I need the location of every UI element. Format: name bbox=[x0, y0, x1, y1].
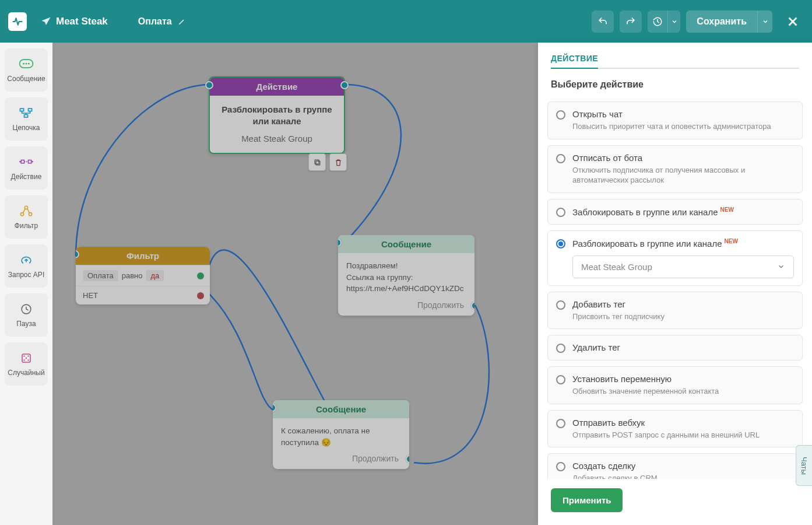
random-icon bbox=[18, 351, 34, 365]
msg-line: Ссылка на группу: bbox=[346, 272, 466, 284]
filter-value: да bbox=[146, 270, 164, 281]
node-delete-button[interactable] bbox=[329, 153, 347, 171]
node-copy-button[interactable] bbox=[308, 153, 326, 171]
tool-pause[interactable]: Пауза bbox=[5, 293, 48, 337]
apply-button[interactable]: Применить bbox=[551, 488, 623, 512]
svg-rect-7 bbox=[21, 160, 24, 163]
save-button-group: Сохранить bbox=[686, 10, 772, 33]
select-value: Meat Steak Group bbox=[581, 262, 652, 272]
node-header: Сообщение bbox=[273, 400, 409, 418]
tool-message[interactable]: Сообщение bbox=[5, 48, 48, 92]
port-no[interactable] bbox=[197, 292, 204, 299]
filter-field: Оплата bbox=[83, 270, 118, 281]
chevron-down-icon bbox=[671, 18, 678, 25]
top-bar: Meat Steak Оплата Сохранить bbox=[0, 0, 812, 43]
node-filter[interactable]: Фильтр Оплата равно да НЕТ bbox=[76, 247, 210, 304]
node-message-success[interactable]: Сообщение Поздравляем! Ссылка на группу:… bbox=[338, 235, 474, 316]
breadcrumb-bot[interactable]: Meat Steak bbox=[33, 8, 122, 36]
tool-random[interactable]: Случайный bbox=[5, 342, 48, 386]
svg-rect-5 bbox=[29, 108, 32, 111]
node-header: Действие bbox=[210, 78, 344, 96]
svg-point-1 bbox=[23, 63, 24, 65]
action-desc: Повысить приоритет чата и оповестить адм… bbox=[572, 121, 794, 132]
port-yes[interactable] bbox=[197, 272, 204, 279]
chevron-down-icon bbox=[777, 262, 785, 271]
undo-button[interactable] bbox=[592, 10, 614, 33]
action-title: Заблокировать в группе или каналеNEW bbox=[572, 206, 794, 217]
action-block-group[interactable]: Заблокировать в группе или каналеNEW bbox=[547, 199, 803, 225]
action-list: Открыть чат Повысить приоритет чата и оп… bbox=[538, 92, 812, 479]
copy-icon bbox=[313, 158, 322, 167]
action-title: Открыть чат bbox=[572, 109, 794, 119]
flow-canvas[interactable]: Действие Разблокировать в группе или кан… bbox=[52, 43, 538, 525]
save-dropdown[interactable] bbox=[757, 10, 772, 33]
tool-label: Действие bbox=[11, 173, 42, 181]
node-header: Фильтр bbox=[76, 247, 210, 265]
close-button[interactable] bbox=[782, 10, 804, 33]
radio bbox=[556, 344, 565, 353]
action-sidebar: ДЕЙСТВИЕ Выберите действие Открыть чат П… bbox=[538, 43, 812, 525]
node-header: Сообщение bbox=[338, 235, 474, 253]
svg-rect-4 bbox=[20, 108, 24, 111]
pencil-icon bbox=[178, 18, 186, 26]
node-title: Разблокировать в группе или канале bbox=[220, 104, 333, 128]
action-create-deal[interactable]: Создать сделку Добавить сделку в CRM bbox=[547, 453, 803, 479]
action-title: Добавить тег bbox=[572, 299, 794, 309]
chats-side-tab[interactable]: Чаты bbox=[796, 445, 812, 486]
action-unblock-group[interactable]: Разблокировать в группе или каналеNEW Me… bbox=[547, 230, 803, 286]
action-open-chat[interactable]: Открыть чат Повысить приоритет чата и оп… bbox=[547, 102, 803, 139]
filter-row-yes[interactable]: Оплата равно да bbox=[76, 265, 210, 286]
pause-icon bbox=[18, 302, 34, 316]
action-title: Отправить вебхук bbox=[572, 418, 794, 428]
svg-point-20 bbox=[27, 359, 29, 360]
action-remove-tag[interactable]: Удалить тег bbox=[547, 335, 803, 360]
action-title: Удалить тег bbox=[572, 342, 794, 352]
group-select[interactable]: Meat Steak Group bbox=[572, 256, 794, 278]
save-button[interactable]: Сохранить bbox=[686, 10, 757, 33]
radio bbox=[556, 419, 565, 428]
history-icon bbox=[652, 16, 663, 27]
tool-filter[interactable]: Фильтр bbox=[5, 195, 48, 239]
redo-button[interactable] bbox=[620, 10, 642, 33]
sidebar-tab-action[interactable]: ДЕЙСТВИЕ bbox=[551, 54, 598, 69]
msg-body: К сожалению, оплата не поступила 😔 bbox=[273, 418, 409, 452]
action-unsubscribe[interactable]: Отписать от бота Отключить подписчика от… bbox=[547, 145, 803, 193]
svg-point-10 bbox=[31, 161, 33, 163]
action-title: Создать сделку bbox=[572, 461, 794, 471]
message-icon bbox=[18, 57, 34, 71]
action-title: Отписать от бота bbox=[572, 153, 794, 163]
svg-rect-21 bbox=[316, 161, 320, 165]
tool-label: Сообщение bbox=[7, 75, 45, 83]
tool-panel: Сообщение Цепочка Действие Фильтр Запрос… bbox=[0, 43, 52, 525]
history-button[interactable] bbox=[648, 10, 667, 33]
port-in[interactable] bbox=[205, 81, 213, 89]
breadcrumb-flow[interactable]: Оплата bbox=[130, 8, 194, 36]
action-webhook[interactable]: Отправить вебхук Отправить POST запрос с… bbox=[547, 410, 803, 448]
filter-op: равно bbox=[122, 271, 143, 280]
chevron-down-icon bbox=[762, 18, 769, 25]
svg-point-9 bbox=[19, 161, 21, 163]
sidebar-subtitle: Выберите действие bbox=[538, 69, 812, 92]
tool-api[interactable]: Запрос API bbox=[5, 244, 48, 288]
continue-label: Продолжить bbox=[352, 454, 399, 463]
port-out[interactable] bbox=[406, 455, 409, 463]
action-title: Разблокировать в группе или каналеNEW bbox=[572, 238, 794, 249]
history-dropdown[interactable] bbox=[667, 10, 680, 33]
action-set-var[interactable]: Установить переменную Обновить значение … bbox=[547, 366, 803, 404]
node-action[interactable]: Действие Разблокировать в группе или кан… bbox=[209, 76, 345, 154]
history-button-group bbox=[648, 10, 680, 33]
undo-icon bbox=[597, 16, 608, 27]
filter-row-no[interactable]: НЕТ bbox=[76, 286, 210, 304]
tool-action[interactable]: Действие bbox=[5, 146, 48, 190]
msg-line: Поздравляем! bbox=[346, 260, 466, 272]
action-desc: Присвоить тег подписчику bbox=[572, 312, 794, 322]
node-message-fail[interactable]: Сообщение К сожалению, оплата не поступи… bbox=[273, 400, 409, 469]
msg-line: https://t.me/+Aef9HCdDQY1kZDc bbox=[346, 283, 466, 295]
action-desc: Отправить POST запрос с данными на внешн… bbox=[572, 430, 794, 440]
port-out[interactable] bbox=[471, 302, 474, 310]
tool-chain[interactable]: Цепочка bbox=[5, 97, 48, 141]
svg-point-2 bbox=[26, 63, 27, 65]
port-out[interactable] bbox=[340, 81, 349, 89]
app-logo[interactable] bbox=[8, 12, 27, 31]
action-add-tag[interactable]: Добавить тег Присвоить тег подписчику bbox=[547, 292, 803, 330]
